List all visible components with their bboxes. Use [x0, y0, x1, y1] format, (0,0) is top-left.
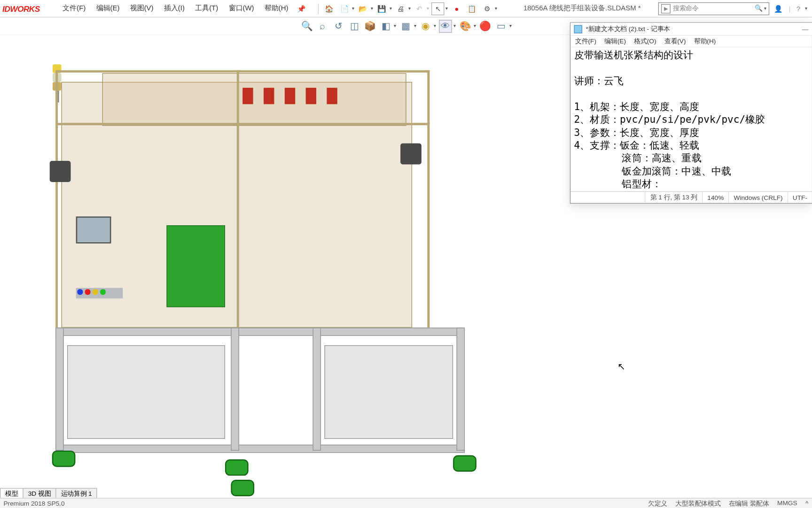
status-large-assembly: 大型装配体模式: [675, 499, 720, 508]
render-icon[interactable]: 🔴: [479, 20, 492, 32]
viewport-icon[interactable]: ▭: [494, 20, 507, 32]
menu-tools[interactable]: 工具(T): [190, 1, 223, 16]
notepad-titlebar[interactable]: *新建文本文档 (2).txt - 记事本 ―: [570, 23, 812, 36]
mouse-cursor: ↖: [617, 361, 625, 373]
menu-help[interactable]: 帮助(H): [259, 1, 294, 16]
display-style-icon[interactable]: ◧: [379, 20, 392, 32]
menu-view[interactable]: 视图(V): [125, 1, 159, 16]
zoom-window-icon[interactable]: 🔍: [300, 20, 313, 32]
zoom-fit-icon[interactable]: ⌕: [316, 20, 329, 32]
np-menu-format[interactable]: 格式(O): [634, 37, 656, 46]
help-icon[interactable]: ?: [796, 4, 800, 12]
hmi-panel: [76, 216, 111, 243]
sw-version: Premium 2018 SP5.0: [3, 500, 64, 507]
caster: [52, 451, 76, 467]
main-toolbar: 🏠 📄▾ 📂▾ 💾▾ 🖨▾ ↶▾ ↖▾ ● 📋 ⚙▾: [316, 2, 497, 15]
sw-statusbar: Premium 2018 SP5.0 欠定义 大型装配体模式 在编辑 装配体 M…: [0, 498, 812, 508]
search-placeholder: 搜索命令: [673, 4, 699, 13]
titlebar-buttons: 👤 | ? ▾: [774, 4, 807, 12]
menu-window[interactable]: 窗口(W): [223, 1, 259, 16]
gear-icon[interactable]: ⚙: [481, 2, 493, 15]
document-title: 18056A 绕线把手组装设备.SLDASM *: [523, 3, 641, 13]
perspective-icon[interactable]: 👁: [439, 20, 452, 32]
prev-view-icon[interactable]: ↺: [332, 20, 345, 32]
np-cursor-pos: 第 1 行, 第 13 列: [645, 192, 703, 203]
status-underdefined: 欠定义: [648, 499, 667, 508]
search-input[interactable]: ▶ 搜索命令 🔍 ▾: [658, 2, 769, 15]
tab-3dview[interactable]: 3D 视图: [23, 488, 56, 499]
caster: [225, 460, 249, 476]
options-list-icon[interactable]: 📋: [465, 2, 478, 15]
menubar: IDWORKS 文件(F) 编辑(E) 视图(V) 插入(I) 工具(T) 窗口…: [0, 0, 812, 17]
np-menu-file[interactable]: 文件(F): [575, 37, 596, 46]
fan-icon: [50, 161, 71, 182]
notepad-textarea[interactable]: 皮带输送机张紧结构的设计 讲师：云飞 1、机架：长度、宽度、高度 2、材质：pv…: [570, 48, 812, 191]
motion-tabs: 模型 3D 视图 运动算例 1: [0, 488, 97, 498]
appearance-icon[interactable]: 🎨: [459, 20, 472, 32]
np-encoding: UTF-: [788, 192, 812, 203]
notepad-statusbar: 第 1 行, 第 13 列 140% Windows (CRLF) UTF-: [570, 191, 812, 203]
assembly-model: [44, 70, 482, 508]
menu-file[interactable]: 文件(F): [57, 1, 91, 16]
fan-icon: [400, 143, 422, 165]
np-eol: Windows (CRLF): [728, 192, 787, 203]
np-menu-edit[interactable]: 编辑(E): [604, 37, 626, 46]
search-icon[interactable]: 🔍: [755, 5, 763, 12]
status-caret[interactable]: ^: [805, 499, 808, 508]
new-icon[interactable]: 📄: [338, 2, 351, 15]
button-panel: [76, 288, 123, 298]
section-icon[interactable]: ◫: [348, 20, 360, 32]
menu-insert[interactable]: 插入(I): [159, 1, 190, 16]
save-icon[interactable]: 💾: [375, 2, 388, 15]
notepad-window[interactable]: *新建文本文档 (2).txt - 记事本 ― 文件(F) 编辑(E) 格式(O…: [570, 22, 812, 204]
tab-model[interactable]: 模型: [0, 488, 23, 499]
print-icon[interactable]: 🖨: [394, 2, 407, 15]
hide-show-icon[interactable]: ▦: [399, 20, 412, 32]
caster: [453, 455, 476, 472]
notepad-menubar: 文件(F) 编辑(E) 格式(O) 查看(V) 帮助(H): [570, 36, 812, 48]
minimize-icon[interactable]: ―: [802, 25, 809, 32]
open-icon[interactable]: 📂: [357, 2, 369, 15]
np-menu-view[interactable]: 查看(V): [664, 37, 686, 46]
app-logo: IDWORKS: [2, 4, 40, 13]
menu-edit[interactable]: 编辑(E): [91, 1, 125, 16]
home-icon[interactable]: 🏠: [323, 2, 336, 15]
notepad-icon: [574, 25, 582, 33]
tab-motion-study[interactable]: 运动算例 1: [55, 488, 97, 499]
status-units[interactable]: MMGS: [777, 499, 797, 508]
pin-icon[interactable]: 📌: [297, 4, 306, 12]
undo-icon[interactable]: ↶: [413, 2, 425, 15]
np-menu-help[interactable]: 帮助(H): [694, 37, 716, 46]
user-icon[interactable]: 👤: [774, 4, 783, 12]
select-icon[interactable]: ↖: [431, 2, 444, 15]
control-box: [167, 225, 225, 307]
status-editing: 在编辑 装配体: [729, 499, 769, 508]
np-zoom: 140%: [702, 192, 728, 203]
caster: [231, 480, 254, 496]
notepad-title: *新建文本文档 (2).txt - 记事本: [586, 24, 670, 33]
scene-icon[interactable]: ◉: [419, 20, 432, 32]
rebuild-icon[interactable]: ●: [450, 2, 463, 15]
view-orient-icon[interactable]: 📦: [364, 20, 376, 32]
